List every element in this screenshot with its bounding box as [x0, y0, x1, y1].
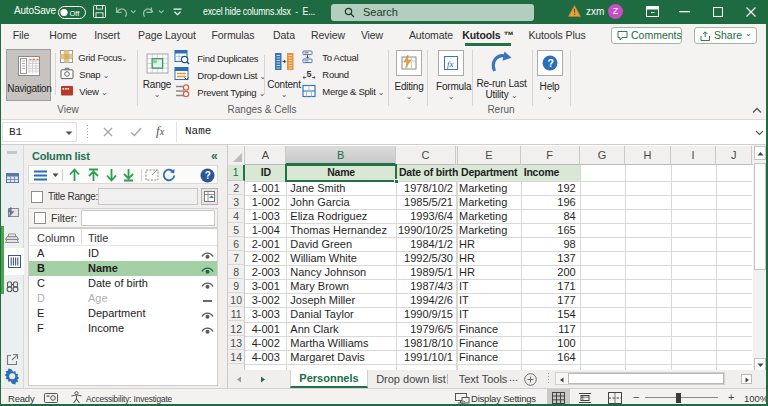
svg-text:?: ?	[547, 57, 553, 69]
svg-text:?: ?	[205, 170, 211, 181]
svg-text:5: 5	[307, 69, 312, 79]
svg-text:fx: fx	[447, 59, 454, 69]
svg-text:Off: Off	[70, 8, 81, 17]
